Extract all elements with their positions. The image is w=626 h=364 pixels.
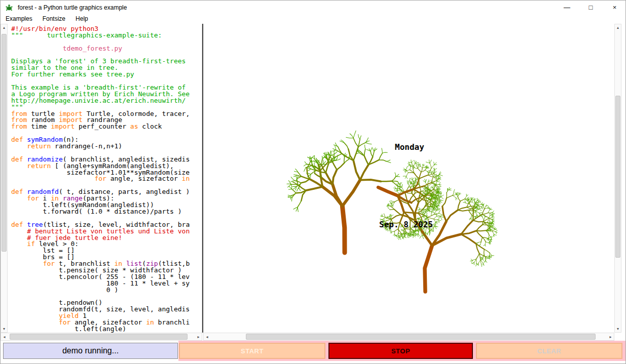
code-scrollbar-horizontal[interactable]: ◂ ▸ — [1, 333, 202, 341]
close-button[interactable]: × — [603, 1, 626, 14]
canvas-scrollbar-thumb-vertical[interactable] — [615, 96, 620, 258]
app-window: forest - a Python turtle graphics exampl… — [0, 0, 626, 364]
menu-bar: Examples Fontsize Help — [1, 14, 626, 24]
tree-branches — [287, 131, 402, 212]
code-line: for angle, sizefactor in — [11, 176, 202, 182]
code-line: t.forward( (1.0 * distance)/parts ) — [11, 209, 202, 215]
code-line: tdemo_forest.py — [11, 46, 202, 52]
canvas-text-label: Sep. 8 2025 — [379, 220, 433, 229]
code-scrollbar-track-horizontal[interactable] — [8, 333, 195, 340]
bottom-bar: demo running... START STOP CLEAR — [1, 341, 626, 364]
tree-branches — [342, 206, 345, 253]
clear-button[interactable]: CLEAR — [476, 343, 622, 359]
tree-branches — [322, 180, 360, 207]
code-scrollbar-thumb[interactable] — [2, 34, 7, 252]
canvas-scrollbar-track-horizontal[interactable] — [210, 333, 607, 340]
scroll-right-icon[interactable]: ▸ — [607, 333, 614, 340]
code-scrollbar-thumb-horizontal[interactable] — [10, 334, 188, 340]
minimize-button[interactable]: — — [555, 1, 579, 14]
scroll-up-icon[interactable]: ▴ — [615, 24, 621, 31]
title-bar: forest - a Python turtle graphics exampl… — [1, 1, 626, 14]
start-button[interactable]: START — [179, 343, 325, 359]
scroll-left-icon[interactable]: ◂ — [204, 333, 210, 340]
scroll-down-icon[interactable]: ▾ — [615, 326, 621, 332]
stop-button[interactable]: STOP — [328, 343, 473, 359]
scroll-up-icon[interactable]: ▴ — [1, 24, 7, 31]
code-line: 0 ) — [11, 287, 202, 294]
code-scrollbar-vertical[interactable]: ▴ ▾ — [1, 24, 8, 333]
menu-item-examples[interactable]: Examples — [1, 15, 38, 23]
canvas-scrollbar-thumb-horizontal[interactable] — [246, 334, 595, 340]
tree-branches — [296, 147, 392, 201]
turtle-canvas[interactable]: MondaySep. 8 2025 — [202, 24, 614, 333]
code-text: #!/usr/bin/env python3""" turtlegraphics… — [11, 26, 202, 333]
code-scrollbar-track[interactable] — [1, 31, 7, 326]
tree-branches — [425, 246, 432, 292]
forest-drawing: MondaySep. 8 2025 — [203, 24, 614, 333]
status-label: demo running... — [3, 343, 178, 359]
code-line: http://homepage.univie.ac.at/erich.neuwi… — [11, 98, 202, 104]
scroll-down-icon[interactable]: ▾ — [1, 326, 7, 332]
tree-branches — [378, 187, 398, 196]
menu-item-fontsize[interactable]: Fontsize — [38, 15, 70, 23]
menu-item-help[interactable]: Help — [70, 15, 93, 23]
window-title: forest - a Python turtle graphics exampl… — [18, 4, 127, 11]
code-line: For further remarks see tree.py — [11, 71, 202, 78]
code-viewer[interactable]: #!/usr/bin/env python3""" turtlegraphics… — [8, 24, 202, 333]
code-line: from time import perf_counter as clock — [11, 124, 202, 130]
code-line: return randrange(-n,n+1) — [11, 143, 202, 150]
code-line: """ turtlegraphics-example-suite: — [11, 32, 202, 39]
window-controls: — □ × — [555, 1, 626, 14]
scroll-right-icon[interactable]: ▸ — [195, 333, 202, 340]
turtle-icon — [5, 4, 13, 12]
button-strip: START STOP CLEAR — [178, 341, 626, 361]
maximize-button[interactable]: □ — [579, 1, 603, 14]
canvas-text-label: Monday — [395, 142, 424, 152]
canvas-scrollbar-horizontal[interactable]: ◂ ▸ — [203, 333, 614, 341]
canvas-scrollbar-vertical[interactable]: ▴ ▾ — [614, 24, 621, 333]
scroll-left-icon[interactable]: ◂ — [1, 333, 8, 340]
canvas-scrollbar-track-vertical[interactable] — [615, 31, 621, 326]
